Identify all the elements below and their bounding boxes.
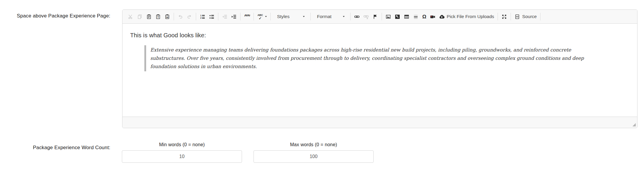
styles-dropdown[interactable]: Styles — [272, 12, 309, 21]
min-words-input[interactable] — [122, 150, 242, 163]
cut-button[interactable] — [126, 12, 135, 21]
styles-dropdown-label: Styles — [277, 14, 289, 19]
flag-icon — [372, 14, 378, 20]
paste-icon — [146, 14, 152, 20]
source-button-label: Source — [522, 14, 537, 19]
toolbar-separator — [270, 13, 271, 20]
max-words-group: Max words (0 = none) — [254, 142, 374, 163]
paste-button[interactable] — [144, 12, 154, 21]
paste-plain-text-icon: T — [155, 14, 161, 20]
editor-heading: This is what Good looks like: — [130, 32, 630, 39]
video-button[interactable] — [428, 12, 437, 21]
numbered-list-button[interactable]: 12 — [198, 12, 207, 21]
editor-toolbar: T W 12 ”” ABC ✓ — [122, 10, 637, 24]
toolbar-separator — [498, 13, 498, 20]
unlink-button[interactable] — [361, 12, 371, 21]
horizontal-rule-button[interactable] — [411, 12, 420, 21]
editor-content-area[interactable]: This is what Good looks like: Extensive … — [122, 24, 637, 117]
undo-button[interactable] — [176, 12, 185, 21]
svg-text:T: T — [157, 15, 159, 18]
decrease-indent-icon — [222, 14, 227, 20]
pick-file-from-uploads-label: Pick File From Uploads — [447, 14, 494, 19]
toolbar-separator — [382, 13, 382, 20]
editor-blockquote: Extensive experience managing teams deli… — [144, 45, 604, 71]
table-icon — [404, 14, 409, 20]
paste-plain-text-button[interactable]: T — [154, 12, 163, 21]
min-words-group: Min words (0 = none) — [122, 142, 242, 163]
maximize-button[interactable] — [500, 12, 509, 21]
spellcheck-button[interactable]: ABC ✓ — [256, 12, 269, 21]
link-icon — [354, 14, 360, 20]
table-button[interactable] — [402, 12, 411, 21]
blockquote-button[interactable]: ”” — [242, 12, 252, 21]
paste-from-word-icon: W — [164, 14, 170, 20]
toolbar-separator — [254, 13, 254, 20]
editor-status-bar — [122, 117, 637, 128]
chevron-down-icon — [343, 16, 345, 17]
spellcheck-icon: ABC ✓ — [257, 14, 264, 20]
redo-button[interactable] — [185, 12, 194, 21]
toolbar-separator — [240, 13, 241, 20]
toolbar-separator — [174, 13, 174, 20]
editor-blockquote-text: Extensive experience managing teams deli… — [150, 46, 604, 71]
maximize-icon — [501, 14, 507, 20]
toolbar-separator — [310, 13, 311, 20]
bulleted-list-button[interactable] — [207, 12, 216, 21]
max-words-input[interactable] — [254, 150, 374, 163]
increase-indent-icon — [231, 14, 237, 20]
svg-text:1: 1 — [200, 14, 201, 17]
image-button[interactable] — [384, 12, 393, 21]
pick-file-from-uploads-button[interactable]: Pick File From Uploads — [437, 12, 496, 21]
rich-text-editor: T W 12 ”” ABC ✓ — [122, 9, 637, 128]
cut-icon — [128, 14, 133, 20]
max-words-label: Max words (0 = none) — [254, 142, 374, 147]
source-button[interactable]: Source — [513, 12, 538, 21]
svg-text:2: 2 — [200, 17, 201, 19]
word-count-field-label: Package Experience Word Count: — [0, 145, 110, 151]
toolbar-separator — [218, 13, 218, 20]
settings-form: Space above Package Experience Page: T W… — [0, 0, 644, 169]
svg-text:W: W — [166, 16, 169, 18]
editor-field-label: Space above Package Experience Page: — [0, 13, 110, 19]
chevron-down-icon — [303, 16, 305, 17]
increase-indent-button[interactable] — [229, 12, 238, 21]
anchor-flag-button[interactable] — [371, 12, 380, 21]
format-dropdown[interactable]: Format — [312, 12, 348, 21]
min-words-label: Min words (0 = none) — [122, 142, 242, 147]
enhanced-image-button[interactable] — [393, 12, 402, 21]
horizontal-rule-icon — [413, 14, 419, 20]
blockquote-icon: ”” — [244, 14, 250, 20]
toolbar-separator — [350, 13, 351, 20]
numbered-list-icon: 12 — [200, 14, 205, 20]
redo-icon — [187, 14, 192, 20]
special-character-button[interactable]: Ω — [420, 12, 428, 21]
decrease-indent-button[interactable] — [220, 12, 229, 21]
image-icon — [385, 14, 391, 20]
enhanced-image-icon — [395, 14, 400, 20]
video-camera-icon — [430, 14, 435, 20]
toolbar-separator — [540, 13, 540, 20]
source-code-icon — [514, 14, 520, 20]
copy-icon — [137, 14, 143, 20]
link-button[interactable] — [352, 12, 361, 21]
undo-icon — [177, 14, 183, 20]
format-dropdown-label: Format — [317, 14, 331, 19]
toolbar-separator — [196, 13, 196, 20]
paste-from-word-button[interactable]: W — [163, 12, 172, 21]
unlink-icon — [363, 14, 369, 20]
cloud-upload-icon — [439, 14, 445, 20]
resize-grip-icon[interactable] — [632, 123, 636, 126]
chevron-down-icon — [265, 16, 267, 17]
omega-icon: Ω — [422, 14, 426, 20]
bulleted-list-icon — [209, 14, 214, 20]
copy-button[interactable] — [135, 12, 144, 21]
toolbar-separator — [511, 13, 511, 20]
